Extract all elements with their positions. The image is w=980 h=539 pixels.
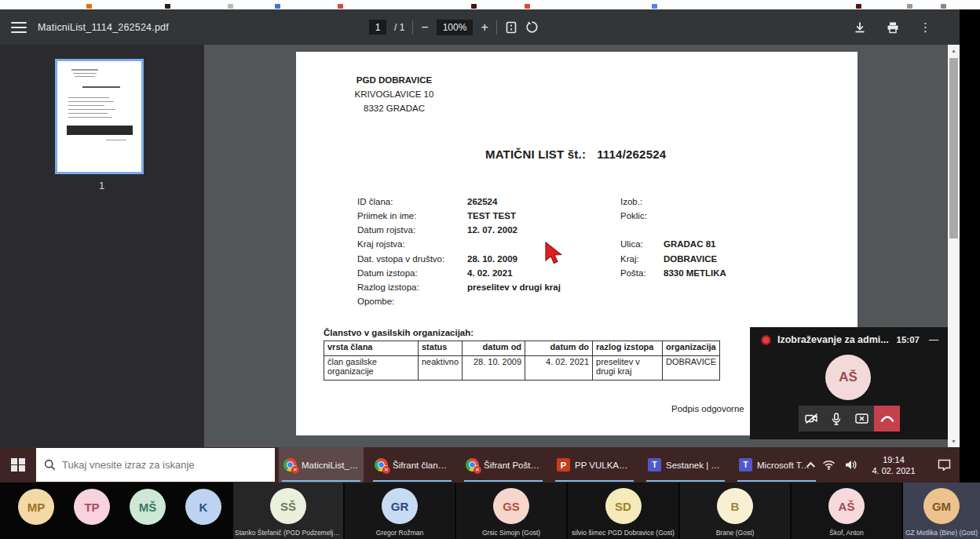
blocked-badge-icon: ✕ <box>382 466 390 474</box>
participant-avatar[interactable]: K <box>185 489 221 525</box>
volume-icon[interactable] <box>845 460 858 470</box>
document-title-text: MATIČNI LIST št.: <box>485 147 586 161</box>
taskbar-clock[interactable]: 19:14 4. 02. 2021 <box>867 454 920 476</box>
participant-avatar[interactable]: MŠ <box>130 489 166 525</box>
rotate-icon[interactable] <box>525 20 539 34</box>
chevron-up-icon[interactable] <box>806 461 815 470</box>
participant-name: Brane (Gost) <box>682 529 788 537</box>
minimize-button[interactable]: — <box>926 334 938 345</box>
hangup-button[interactable] <box>874 406 900 432</box>
field-value: 4. 02. 2021 <box>467 268 513 279</box>
taskbar-app-teams-meeting[interactable]: T Sestanek | Mi... <box>643 447 728 483</box>
microphone-button[interactable] <box>824 406 849 432</box>
favicon-fragment <box>228 4 233 9</box>
participant-tile[interactable]: GR Gregor Rožman <box>345 483 455 539</box>
participant-avatar: GM <box>923 488 960 524</box>
more-options-icon[interactable]: ⋮ <box>920 21 931 33</box>
wifi-icon[interactable] <box>822 460 836 470</box>
participant-tile[interactable]: B Brane (Gost) <box>680 483 790 539</box>
zoom-level[interactable]: 100% <box>437 20 474 35</box>
table-header: razlog izstopa <box>593 341 663 356</box>
field-label: Datum rojstva: <box>357 224 415 235</box>
start-button[interactable] <box>0 447 36 483</box>
field-label: Opombe: <box>357 296 394 307</box>
favicon-fragment <box>525 4 530 9</box>
stop-share-button[interactable] <box>849 406 874 432</box>
zoom-out-button[interactable]: − <box>421 21 428 34</box>
meeting-titlebar[interactable]: Izobraževanje za admi... 15:07 — <box>750 327 948 345</box>
org-address2: 8332 GRADAC <box>364 104 425 113</box>
thumbnail-page-number: 1 <box>55 180 148 191</box>
field-label: Izob.: <box>620 196 642 207</box>
participant-name: Grsic Simojn (Gost) <box>458 529 565 537</box>
zoom-in-button[interactable]: + <box>481 21 488 34</box>
field-value: 262524 <box>467 196 497 207</box>
taskbar-app-powerpoint[interactable]: P PP VULKAN - ... <box>552 447 637 483</box>
document-title: MATIČNI LIST št.:1114/262524 <box>485 147 666 161</box>
search-icon <box>44 459 56 471</box>
participant-tile[interactable]: SŠ Stanko Štefanič (PGD Podzemelj) (G... <box>233 483 343 539</box>
field-label: Datum izstopa: <box>357 268 418 279</box>
scrollbar-thumb[interactable] <box>949 58 958 239</box>
field-value: GRADAC 81 <box>664 239 715 249</box>
table-cell: 4. 02. 2021 <box>525 356 593 381</box>
scroll-up-icon[interactable]: ▲ <box>948 45 960 56</box>
table-heading: Članstvo v gasilskih organizacijah: <box>324 328 474 337</box>
table-cell: DOBRAVICE <box>663 356 720 381</box>
fit-to-page-icon[interactable] <box>505 21 517 34</box>
participant-avatar: GR <box>382 488 418 524</box>
participant-tile[interactable]: SD silvio šimec PGD Dobravice (Gost) <box>568 483 678 539</box>
page-total: / 1 <box>394 22 404 33</box>
taskbar-app-sifrant-clanov[interactable]: ✕ Šifrant članov... <box>370 447 455 483</box>
search-input[interactable] <box>62 459 250 471</box>
field-value: preselitev v drugi kraj <box>467 282 561 293</box>
pdf-toolbar: MaticniList_1114_262524.pdf / 1 − 100% + <box>0 9 960 45</box>
chrome-icon: ✕ <box>283 458 297 472</box>
participant-avatar: SŠ <box>270 488 306 524</box>
participant-tile[interactable]: GM GZ Metlika (Bine) (Gost) <box>903 483 980 539</box>
document-title-number: 1114/262524 <box>597 147 666 161</box>
participant-tile[interactable]: AŠ Škof, Anton <box>792 483 901 539</box>
table-cell: član gasilske organizacije <box>324 356 419 381</box>
thumbnail-panel: 1 <box>0 45 204 447</box>
taskbar-app-label: MaticniList_1... <box>302 461 359 470</box>
print-icon[interactable] <box>887 21 899 34</box>
scrollbar[interactable]: ▲ ▼ <box>948 45 960 447</box>
meeting-time: 15:07 <box>897 335 920 344</box>
camera-off-button[interactable] <box>799 406 824 432</box>
field-label: Dat. vstopa v društvo: <box>357 253 444 264</box>
table-header: status <box>419 341 463 356</box>
scroll-down-icon[interactable]: ▼ <box>948 435 960 447</box>
participant-avatar[interactable]: MP <box>18 489 54 525</box>
org-address1: KRIVOGLAVICE 10 <box>355 89 434 99</box>
field-value: 28. 10. 2009 <box>467 253 517 264</box>
participant-tile[interactable]: GS Grsic Simojn (Gost) <box>456 483 566 539</box>
toolbar-divider <box>412 20 413 35</box>
favicon-fragment <box>907 4 912 9</box>
taskbar-apps: ✕ MaticniList_1... ✕ Šifrant članov... ✕… <box>279 447 819 483</box>
recording-indicator-icon <box>761 335 771 345</box>
action-center-icon[interactable] <box>930 459 958 471</box>
page-thumbnail[interactable] <box>55 59 144 174</box>
menu-icon[interactable] <box>11 22 27 33</box>
field-label: Pošta: <box>620 268 646 279</box>
field-label: ID člana: <box>357 196 393 207</box>
meeting-title: Izobraževanje za admi... <box>777 334 890 345</box>
participant-avatar: GS <box>493 488 529 524</box>
powerpoint-icon: P <box>557 458 570 472</box>
table-cell: neaktivno <box>419 356 463 381</box>
meeting-overlay-window[interactable]: Izobraževanje za admi... 15:07 — AŠ <box>750 327 948 439</box>
favicon-fragment <box>165 4 170 9</box>
favicon-fragment <box>275 4 280 9</box>
taskbar-search[interactable] <box>36 448 275 482</box>
blocked-badge-icon: ✕ <box>291 466 299 474</box>
chrome-icon: ✕ <box>375 458 388 472</box>
download-icon[interactable] <box>854 21 866 34</box>
page-number-input[interactable] <box>369 20 386 35</box>
taskbar-app-sifrant-post[interactable]: ✕ Šifrant Pošt – ... <box>461 447 546 483</box>
participant-avatar[interactable]: TP <box>74 489 110 525</box>
favicon-fragment <box>652 4 657 9</box>
participant-name: Škof, Anton <box>793 529 900 537</box>
taskbar-app-label: Šifrant Pošt – ... <box>484 461 541 470</box>
taskbar-app-maticnilist[interactable]: ✕ MaticniList_1... <box>279 447 364 483</box>
